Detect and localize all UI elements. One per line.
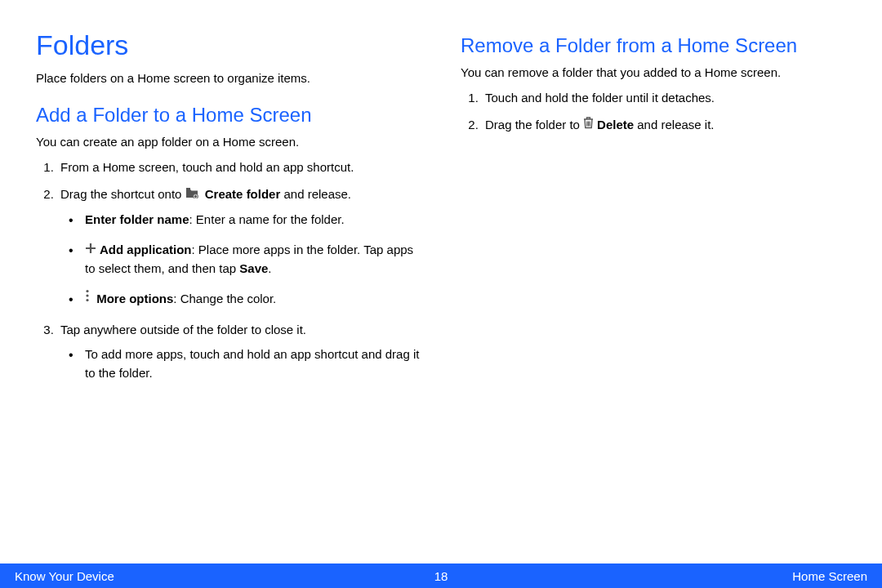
- svg-point-4: [86, 295, 88, 297]
- remove-step2-text-c: and release it.: [634, 118, 714, 131]
- save-label: Save: [239, 261, 268, 275]
- step3-subitems: To add more apps, touch and hold an app …: [60, 345, 421, 382]
- heading-remove-folder: Remove a Folder from a Home Screen: [461, 34, 846, 57]
- more-options-icon: [85, 289, 90, 308]
- subitem-enter-name: Enter folder name: Enter a name for the …: [69, 211, 421, 229]
- step-1: From a Home screen, touch and hold an ap…: [57, 158, 421, 176]
- step3-text: Tap anywhere outside of the folder to cl…: [60, 323, 306, 336]
- remove-step-1: Touch and hold the folder until it detac…: [482, 88, 846, 107]
- delete-icon: [583, 115, 594, 134]
- heading-add-folder: Add a Folder to a Home Screen: [36, 104, 421, 127]
- delete-label: Delete: [597, 118, 634, 131]
- svg-point-5: [86, 299, 88, 301]
- enter-folder-name-label: Enter folder name: [85, 212, 189, 226]
- step2-text-c: and release.: [280, 187, 351, 201]
- period: .: [268, 261, 271, 275]
- plus-icon: [85, 241, 96, 260]
- footer-page-number: 18: [434, 569, 448, 583]
- more-options-text: : Change the color.: [173, 292, 276, 305]
- enter-folder-name-text: : Enter a name for the folder.: [189, 212, 345, 226]
- subitem-add-more-apps: To add more apps, touch and hold an app …: [69, 345, 421, 382]
- remove-step-2: Drag the folder to Delete and release it…: [482, 115, 846, 136]
- step2-text-a: Drag the shortcut onto: [60, 187, 185, 201]
- svg-point-3: [86, 290, 88, 292]
- step-2: Drag the shortcut onto Create folder and…: [57, 185, 421, 309]
- svg-rect-0: [186, 188, 190, 189]
- subitem-add-application: Add application: Place more apps in the …: [69, 241, 421, 278]
- step2-subitems: Enter folder name: Enter a name for the …: [60, 211, 421, 309]
- step-3: Tap anywhere outside of the folder to cl…: [57, 320, 421, 382]
- remove-step2-text-a: Drag the folder to: [485, 118, 583, 131]
- add-application-label: Add application: [100, 243, 192, 256]
- remove-folder-desc: You can remove a folder that you added t…: [461, 64, 846, 82]
- add-folder-steps: From a Home screen, touch and hold an ap…: [36, 158, 421, 383]
- more-options-label: More options: [96, 292, 173, 305]
- footer-right: Home Screen: [792, 569, 867, 583]
- subitem-more-options: More options: Change the color.: [69, 290, 421, 309]
- create-folder-label: Create folder: [205, 187, 281, 201]
- remove-folder-steps: Touch and hold the folder until it detac…: [461, 88, 846, 136]
- intro-text: Place folders on a Home screen to organi…: [36, 69, 421, 87]
- heading-folders: Folders: [36, 29, 421, 61]
- add-folder-desc: You can create an app folder on a Home s…: [36, 133, 421, 151]
- footer-left: Know Your Device: [15, 569, 114, 583]
- page-footer: Know Your Device 18 Home Screen: [0, 564, 882, 588]
- create-folder-icon: [185, 185, 198, 203]
